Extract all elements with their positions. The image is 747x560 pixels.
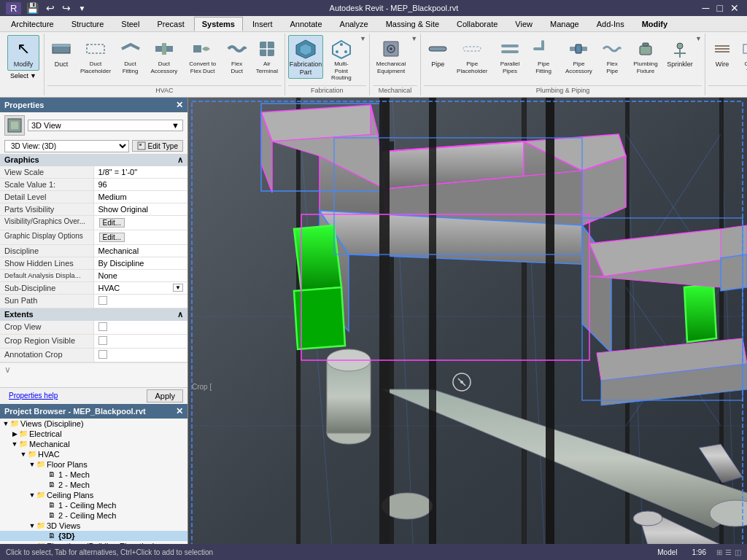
tab-view[interactable]: View [507, 17, 541, 31]
air-terminal-btn[interactable]: Air Terminal [252, 35, 282, 77]
pipe-placeholder-btn[interactable]: Pipe Placeholder [453, 35, 491, 77]
prop-val-crop-view[interactable] [94, 321, 188, 334]
flex-duct-btn[interactable]: Flex Duct [223, 35, 251, 77]
prop-key-sun-path: Sun Path [0, 295, 94, 308]
tree-1-ceiling-mech[interactable]: 🗎 1 - Ceiling Mech [0, 500, 187, 510]
prop-val-crop-region-visible[interactable] [94, 335, 188, 348]
tree-ceiling-plans[interactable]: ▼ 📁 Ceiling Plans [0, 490, 187, 500]
tab-annotate[interactable]: Annotate [282, 17, 330, 31]
tab-collaborate[interactable]: Collaborate [449, 17, 506, 31]
project-browser-close-btn[interactable]: ✕ [176, 406, 183, 416]
minimize-btn[interactable]: ─ [700, 1, 712, 15]
tab-modify[interactable]: Modify [634, 17, 676, 31]
duct-accessory-btn[interactable]: Duct Accessory [146, 35, 182, 77]
sprinkler-btn[interactable]: Sprinkler [666, 35, 694, 71]
duct-fitting-btn[interactable]: Duct Fitting [116, 35, 144, 77]
electrical-group-label: E [708, 85, 747, 94]
fabrication-part-btn[interactable]: Fabrication Part [288, 35, 323, 79]
tree-electrical[interactable]: ▶ 📁 Electrical [0, 429, 187, 439]
wire-btn[interactable]: Wire [708, 35, 736, 71]
annotation-crop-checkbox[interactable] [98, 350, 107, 359]
sun-path-checkbox[interactable] [98, 296, 107, 305]
pipe-icon [426, 37, 449, 61]
mechanical-expand-btn[interactable]: ▼ [411, 35, 417, 44]
prop-row-subdiscipline: Sub-Discipline HVAC ▼ [0, 282, 187, 295]
tab-addins[interactable]: Add-Ins [589, 17, 632, 31]
select-label[interactable]: Select ▼ [10, 72, 36, 79]
prop-view-select[interactable]: 3D View: (3D) [4, 140, 129, 152]
sub-discipline-dropdown[interactable]: ▼ [173, 284, 183, 292]
edit-type-btn[interactable]: Edit Type [132, 140, 183, 152]
prop-val-show-hidden[interactable]: By Discipline [94, 257, 188, 269]
mech-equipment-btn[interactable]: Mechanical Equipment [373, 35, 409, 77]
status-scale[interactable]: 1:96 [688, 548, 711, 556]
fabrication-expand-btn[interactable]: ▼ [360, 35, 366, 44]
tree-floor-plans[interactable]: ▼ 📁 Floor Plans [0, 459, 187, 470]
plumbing-expand-btn[interactable]: ▼ [695, 35, 702, 44]
prop-val-default-analysis[interactable]: None [94, 270, 188, 281]
tree-1-mech[interactable]: 🗎 1 - Mech [0, 470, 187, 480]
status-icon-2[interactable]: ☰ [725, 548, 732, 556]
cable-tray-btn[interactable]: Cable Tray [738, 35, 747, 77]
tab-steel[interactable]: Steel [113, 17, 147, 31]
prop-val-parts-visibility[interactable]: Show Original [94, 203, 188, 215]
extents-header[interactable]: Extents ∧ [0, 308, 187, 321]
duct-btn[interactable]: Duct [47, 35, 75, 71]
prop-val-view-scale[interactable]: 1/8" = 1'-0" [94, 166, 188, 178]
prop-val-discipline[interactable]: Mechanical [94, 245, 188, 257]
status-icon-1[interactable]: ⊞ [716, 548, 722, 556]
prop-val-graphic-display[interactable]: Edit... [94, 230, 188, 244]
convert-flex-duct-btn[interactable]: Convert to Flex Duct [184, 35, 222, 77]
tree-3d-current[interactable]: 🗎 {3D} [0, 531, 187, 541]
undo-btn[interactable]: ↩ [44, 1, 57, 15]
duct-placeholder-btn[interactable]: Duct Placeholder [77, 35, 115, 77]
tab-insert[interactable]: Insert [244, 17, 281, 31]
plumbing-fixture-btn[interactable]: Plumbing Fixture [627, 35, 665, 77]
pipe-fitting-btn[interactable]: Pipe Fitting [529, 35, 559, 77]
tree-2-ceiling-mech[interactable]: 🗎 2 - Ceiling Mech [0, 510, 187, 521]
save-btn[interactable]: 💾 [24, 1, 41, 15]
prop-val-scale-val[interactable]: 96 [94, 179, 188, 190]
status-model[interactable]: Model [653, 548, 681, 556]
crop-view-checkbox[interactable] [98, 322, 107, 331]
app-menu-btn[interactable]: R [6, 2, 21, 15]
apply-btn[interactable]: Apply [147, 389, 183, 402]
close-btn[interactable]: ✕ [728, 1, 741, 15]
properties-close-btn[interactable]: ✕ [176, 100, 183, 110]
multipoint-routing-btn[interactable]: Multi-Point Routing [325, 35, 358, 84]
viewport[interactable]: Crop [ ↩ ⊞ 🏠 □ ☼ ◐ ◎ 3D View: {3D} 1:96 [188, 98, 747, 560]
prop-val-detail-level[interactable]: Medium [94, 191, 188, 203]
prop-val-vg-overrides[interactable]: Edit... [94, 216, 188, 230]
tab-architecture[interactable]: Architecture [3, 17, 62, 31]
redo-btn[interactable]: ↪ [60, 1, 73, 15]
tree-2-mech[interactable]: 🗎 2 - Mech [0, 480, 187, 490]
prop-type-dropdown[interactable]: 3D View ▼ [28, 120, 183, 131]
prop-val-subdiscipline[interactable]: HVAC ▼ [94, 282, 188, 294]
tab-analyze[interactable]: Analyze [332, 17, 376, 31]
tree-3d-views[interactable]: ▼ 📁 3D Views [0, 521, 187, 531]
pipe-btn[interactable]: Pipe [424, 35, 452, 71]
tab-manage[interactable]: Manage [542, 17, 587, 31]
status-icon-3[interactable]: ◫ [735, 548, 741, 556]
tab-systems[interactable]: Systems [194, 17, 243, 31]
modify-btn[interactable]: ↖ Modify [7, 35, 39, 71]
prop-val-annotation-crop[interactable] [94, 349, 188, 362]
qa-dropdown[interactable]: ▼ [76, 4, 88, 13]
vg-overrides-edit-btn[interactable]: Edit... [99, 218, 125, 228]
tree-toggle-views: ▼ [1, 420, 10, 427]
graphic-display-edit-btn[interactable]: Edit... [99, 233, 125, 242]
tab-massing[interactable]: Massing & Site [378, 17, 447, 31]
crop-region-checkbox[interactable] [98, 336, 107, 345]
tree-mechanical[interactable]: ▼ 📁 Mechanical [0, 439, 187, 449]
tab-structure[interactable]: Structure [63, 17, 112, 31]
pipe-accessory-btn[interactable]: Pipe Accessory [560, 35, 597, 77]
properties-help-link[interactable]: Properties help [4, 390, 62, 401]
graphics-header[interactable]: Graphics ∧ [0, 154, 187, 166]
tree-hvac[interactable]: ▼ 📁 HVAC [0, 449, 187, 459]
parallel-pipes-btn[interactable]: Parallel Pipes [492, 35, 527, 77]
tree-views-discipline[interactable]: ▼ 📁 Views (Discipline) [0, 419, 187, 429]
maximize-btn[interactable]: □ [715, 1, 725, 15]
prop-val-sun-path[interactable] [94, 295, 188, 308]
tab-precast[interactable]: Precast [149, 17, 192, 31]
flex-pipe-btn[interactable]: Flex Pipe [599, 35, 625, 77]
